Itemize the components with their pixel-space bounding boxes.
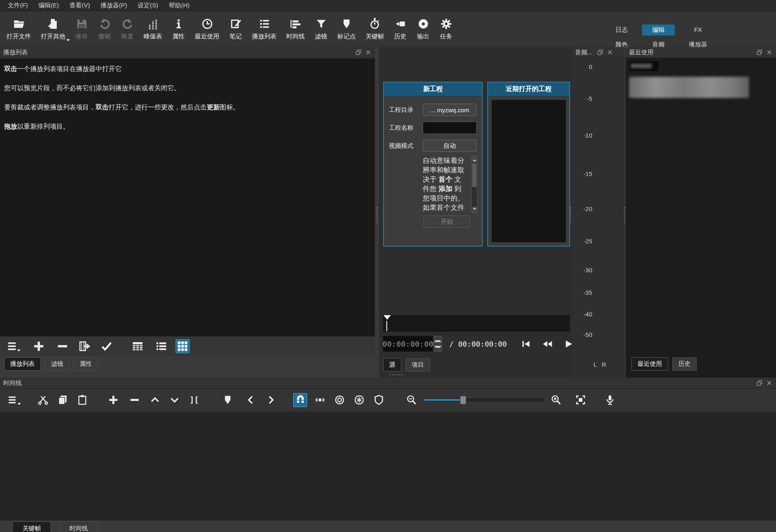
video-mode-button[interactable]: 自动 (423, 140, 477, 152)
toolbar-button-jobs[interactable]: 任务 (435, 12, 457, 46)
tab-keyframes[interactable]: 关键帧 (12, 521, 51, 532)
toolbar-button-undo[interactable]: 撤销 (93, 12, 116, 46)
scrub-while-dragging-button[interactable] (313, 393, 327, 407)
tab-playlist[interactable]: 播放列表 (4, 357, 41, 371)
close-panel-icon[interactable] (365, 49, 372, 56)
scroll-down-icon[interactable] (472, 207, 477, 213)
timecode-input[interactable]: 00:00:00:00 (383, 336, 433, 352)
zoom-out-button[interactable] (404, 393, 418, 407)
rewind-button[interactable] (542, 339, 553, 349)
timecode-stepper[interactable] (434, 336, 442, 352)
prev-marker-button[interactable] (243, 393, 257, 407)
float-panel-icon[interactable] (355, 49, 362, 56)
recent-search-redacted[interactable] (629, 61, 658, 71)
tab-properties[interactable]: 属性 (74, 357, 98, 371)
view-icons-button[interactable] (176, 339, 190, 353)
dock-handle[interactable] (389, 374, 404, 376)
scroll-up-icon[interactable] (472, 156, 477, 162)
ripple-markers-button[interactable] (372, 393, 386, 407)
layout-button-log[interactable]: 日志 (607, 24, 636, 36)
playlist-menu-button[interactable] (6, 339, 20, 353)
tab-source[interactable]: 源 (383, 358, 401, 372)
layout-button-fx[interactable]: FX (680, 24, 716, 36)
toolbar-button-export[interactable]: 输出 (412, 12, 435, 46)
layout-button-edit[interactable]: 编辑 (642, 24, 675, 36)
toolbar-button-open-other[interactable]: 打开其他 (36, 12, 70, 46)
open-as-clip-button[interactable] (78, 339, 91, 353)
toolbar-button-properties[interactable]: 属性 (167, 12, 190, 46)
playhead-icon[interactable] (384, 315, 391, 323)
tab-history[interactable]: 历史 (672, 357, 697, 371)
copy-button[interactable] (56, 393, 69, 407)
float-panel-icon[interactable] (756, 380, 763, 386)
recent-item-redacted[interactable] (629, 77, 749, 98)
zoom-fit-button[interactable] (573, 393, 587, 407)
close-panel-icon[interactable] (766, 49, 773, 56)
menu-player[interactable]: 播放器(P) (95, 0, 132, 11)
zoom-fit-icon (575, 394, 586, 405)
zoom-in-button[interactable] (549, 393, 563, 407)
splitter-handle[interactable] (623, 207, 626, 225)
toolbar-button-keyframes[interactable]: 关键帧 (361, 12, 389, 46)
paste-button[interactable] (75, 393, 89, 407)
marker-button[interactable] (221, 393, 234, 407)
splitter-handle[interactable] (376, 207, 378, 225)
toolbar-button-markers[interactable]: 标记点 (332, 12, 361, 46)
toolbar-button-notes[interactable]: 笔记 (224, 12, 247, 46)
toolbar-button-open-file[interactable]: 打开文件 (2, 12, 36, 46)
toolbar-button-timeline[interactable]: 时间线 (281, 12, 310, 46)
menu-edit[interactable]: 编辑(E) (33, 0, 64, 11)
menu-view[interactable]: 查看(V) (64, 0, 95, 11)
ripple-button[interactable] (332, 393, 346, 407)
toolbar-button-redo[interactable]: 恢复 (116, 12, 139, 46)
toolbar-button-save[interactable]: 保存 (70, 12, 93, 46)
recent-projects-list[interactable] (491, 100, 566, 243)
seek-bar[interactable] (383, 315, 570, 332)
ripple-delete-button[interactable] (127, 393, 141, 407)
close-panel-icon[interactable] (607, 49, 613, 56)
project-name-input[interactable] (423, 122, 477, 134)
float-panel-icon[interactable] (756, 49, 763, 56)
step-up-icon[interactable] (434, 336, 442, 344)
zoom-slider[interactable] (423, 398, 544, 401)
tab-program[interactable]: 项目 (406, 358, 430, 372)
menu-file[interactable]: 文件(F) (2, 0, 33, 11)
snap-button[interactable] (293, 393, 307, 407)
zoom-slider-handle[interactable] (460, 396, 466, 404)
tab-filters[interactable]: 滤镜 (45, 357, 69, 371)
next-marker-button[interactable] (264, 393, 278, 407)
help-scrollbar[interactable] (471, 156, 477, 213)
step-down-icon[interactable] (434, 344, 442, 351)
split-button[interactable]: ][ (187, 393, 201, 407)
append-button[interactable] (106, 393, 120, 407)
tab-recent[interactable]: 最近使用 (631, 357, 668, 371)
project-folder-button[interactable]: ... myzwq.com (423, 104, 477, 116)
toolbar-button-playlist[interactable]: 播放列表 (247, 12, 281, 46)
ripple-all-tracks-button[interactable] (352, 393, 366, 407)
record-audio-button[interactable] (603, 393, 617, 407)
splitter-handle[interactable] (569, 207, 572, 225)
toolbar-button-history[interactable]: 历史 (389, 12, 412, 46)
toolbar-button-filters[interactable]: 滤镜 (310, 12, 332, 46)
skip-start-button[interactable] (521, 339, 531, 349)
toolbar-button-levels[interactable]: 峰值表 (139, 12, 167, 46)
float-panel-icon[interactable] (597, 49, 604, 56)
timeline-menu-button[interactable] (6, 393, 20, 407)
update-button[interactable] (100, 339, 114, 353)
menu-help[interactable]: 帮助(H) (163, 0, 195, 11)
append-button[interactable] (32, 339, 46, 353)
lift-button[interactable] (148, 393, 162, 407)
text-segment: 您可以预览片段，而不必将它们添加到播放列表或者关闭它。 (4, 85, 181, 91)
remove-button[interactable] (56, 339, 69, 353)
tab-timeline[interactable]: 时间线 (59, 521, 98, 532)
start-button[interactable]: 开始 (424, 216, 470, 228)
scrollbar-thumb[interactable] (472, 163, 477, 187)
close-panel-icon[interactable] (766, 380, 773, 386)
toolbar-button-recent[interactable]: 最近使用 (190, 12, 224, 46)
cut-button[interactable] (36, 393, 50, 407)
view-details-button[interactable] (131, 339, 145, 353)
timeline-tracks-area[interactable] (0, 412, 776, 521)
menu-settings[interactable]: 设定(S) (132, 0, 163, 11)
overwrite-button[interactable] (167, 393, 181, 407)
view-tiles-button[interactable] (154, 339, 168, 353)
